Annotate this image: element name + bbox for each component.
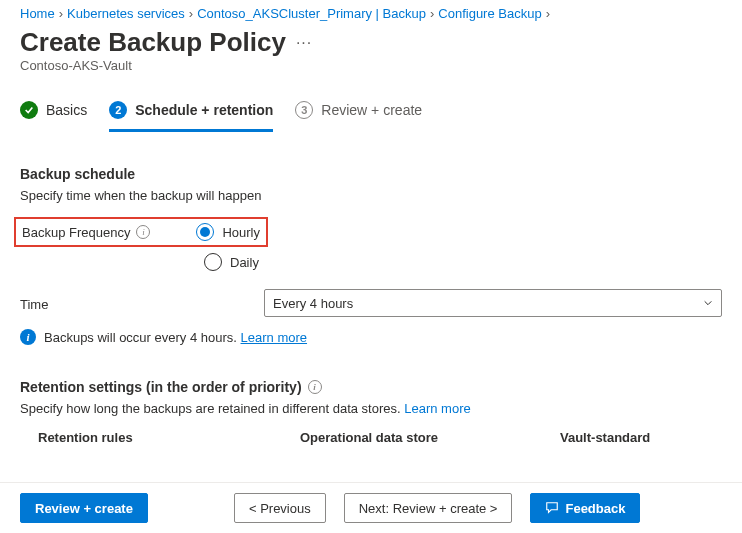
review-create-button[interactable]: Review + create: [20, 493, 148, 523]
tab-label: Review + create: [321, 102, 422, 118]
info-icon: i: [20, 329, 36, 345]
chevron-right-icon: ›: [546, 6, 550, 21]
radio-icon: [196, 223, 214, 241]
breadcrumb-link[interactable]: Contoso_AKSCluster_Primary | Backup: [197, 6, 426, 21]
time-select[interactable]: Every 4 hours: [264, 289, 722, 317]
page-subtitle: Contoso-AKS-Vault: [0, 58, 742, 91]
chevron-right-icon: ›: [59, 6, 63, 21]
backup-frequency-label-highlight: Backup Frequency i Hourly: [14, 217, 268, 247]
radio-icon: [204, 253, 222, 271]
backup-schedule-heading: Backup schedule: [20, 166, 722, 182]
tab-schedule-retention[interactable]: 2 Schedule + retention: [109, 91, 273, 132]
checkmark-icon: [20, 101, 38, 119]
col-vault-standard: Vault-standard: [560, 430, 722, 445]
breadcrumb-link[interactable]: Kubernetes services: [67, 6, 185, 21]
chevron-right-icon: ›: [189, 6, 193, 21]
learn-more-link[interactable]: Learn more: [241, 330, 307, 345]
breadcrumb-link[interactable]: Home: [20, 6, 55, 21]
wizard-tabs: Basics 2 Schedule + retention 3 Review +…: [0, 91, 742, 132]
tab-label: Schedule + retention: [135, 102, 273, 118]
wizard-footer: Review + create < Previous Next: Review …: [0, 482, 742, 533]
chevron-down-icon: [703, 298, 713, 308]
previous-button[interactable]: < Previous: [234, 493, 326, 523]
radio-label: Daily: [230, 255, 259, 270]
breadcrumb-link[interactable]: Configure Backup: [438, 6, 541, 21]
tab-basics[interactable]: Basics: [20, 91, 87, 132]
tab-label: Basics: [46, 102, 87, 118]
retention-desc: Specify how long the backups are retaine…: [20, 401, 401, 416]
feedback-button[interactable]: Feedback: [530, 493, 640, 523]
schedule-info-banner: i Backups will occur every 4 hours. Lear…: [20, 329, 722, 345]
feedback-label: Feedback: [565, 501, 625, 516]
backup-frequency-label: Backup Frequency: [22, 225, 130, 240]
time-label: Time: [20, 295, 264, 312]
info-icon[interactable]: i: [308, 380, 322, 394]
learn-more-link[interactable]: Learn more: [404, 401, 470, 416]
retention-heading: Retention settings (in the order of prio…: [20, 379, 302, 395]
info-text: Backups will occur every 4 hours.: [44, 330, 237, 345]
step-number-icon: 2: [109, 101, 127, 119]
more-icon[interactable]: ···: [296, 34, 312, 52]
retention-table-header: Retention rules Operational data store V…: [20, 430, 722, 445]
tab-review-create[interactable]: 3 Review + create: [295, 91, 422, 132]
next-button[interactable]: Next: Review + create >: [344, 493, 513, 523]
radio-hourly[interactable]: Hourly: [196, 223, 260, 241]
select-value: Every 4 hours: [273, 296, 353, 311]
col-retention-rules: Retention rules: [20, 430, 300, 445]
backup-schedule-desc: Specify time when the backup will happen: [20, 188, 722, 203]
info-icon[interactable]: i: [136, 225, 150, 239]
radio-daily[interactable]: Daily: [204, 253, 722, 271]
step-number-icon: 3: [295, 101, 313, 119]
feedback-icon: [545, 501, 559, 515]
radio-label: Hourly: [222, 225, 260, 240]
col-operational-data-store: Operational data store: [300, 430, 560, 445]
breadcrumb: Home › Kubernetes services › Contoso_AKS…: [0, 0, 742, 23]
page-title: Create Backup Policy: [20, 27, 286, 58]
chevron-right-icon: ›: [430, 6, 434, 21]
